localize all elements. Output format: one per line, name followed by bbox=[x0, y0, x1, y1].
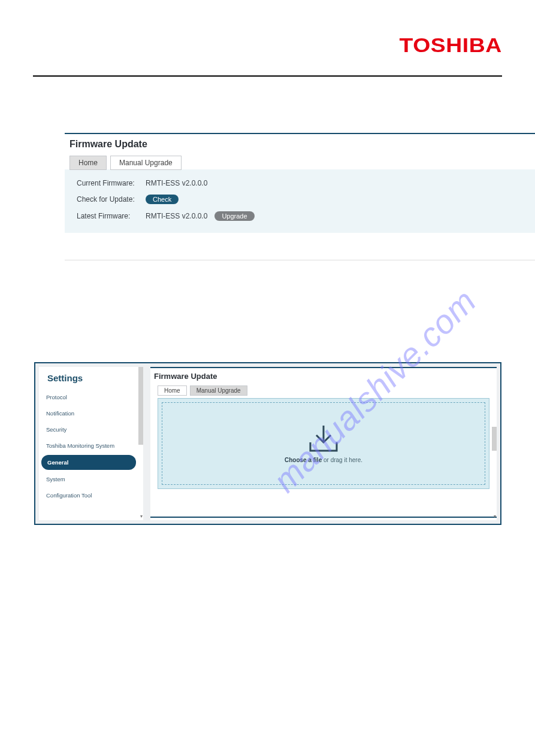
tabs: Home Manual Upgrade bbox=[158, 385, 497, 396]
latest-firmware-row: Latest Firmware: RMTI-ESS v2.0.0.0 Upgra… bbox=[77, 208, 523, 224]
download-icon bbox=[306, 424, 341, 453]
current-firmware-value: RMTI-ESS v2.0.0.0 bbox=[146, 179, 207, 187]
tabs: Home Manual Upgrade bbox=[69, 156, 535, 170]
section-divider bbox=[65, 260, 535, 260]
current-firmware-label: Current Firmware: bbox=[77, 179, 146, 187]
file-dropzone[interactable]: Choose a file or drag it here. bbox=[162, 402, 485, 485]
sidebar-item-security[interactable]: Security bbox=[39, 421, 143, 438]
settings-sidebar: Settings Protocol Notification Security … bbox=[39, 367, 143, 520]
sidebar-item-configuration-tool[interactable]: Configuration Tool bbox=[39, 487, 143, 503]
sidebar-title: Settings bbox=[39, 367, 143, 389]
check-update-row: Check for Update: Check bbox=[77, 191, 523, 208]
panel-title: Firmware Update bbox=[150, 368, 497, 385]
settings-manual-upgrade-panel: Settings Protocol Notification Security … bbox=[34, 362, 501, 525]
dropzone-text: Choose a file or drag it here. bbox=[285, 457, 362, 463]
sidebar-scrollbar[interactable] bbox=[138, 367, 143, 445]
panel-bottom-border bbox=[150, 517, 497, 518]
current-firmware-row: Current Firmware: RMTI-ESS v2.0.0.0 bbox=[77, 175, 523, 191]
sidebar-item-notification[interactable]: Notification bbox=[39, 405, 143, 421]
dropzone-rest: or drag it here. bbox=[322, 457, 362, 463]
tab-manual-upgrade[interactable]: Manual Upgrade bbox=[190, 385, 247, 396]
panel-title: Firmware Update bbox=[65, 134, 535, 156]
sidebar-item-general[interactable]: General bbox=[41, 455, 136, 470]
upgrade-button[interactable]: Upgrade bbox=[214, 211, 254, 221]
tab-home[interactable]: Home bbox=[69, 156, 107, 170]
chevron-down-icon[interactable]: ▾ bbox=[140, 514, 143, 519]
brand-logo: TOSHIBA bbox=[400, 34, 502, 57]
check-button[interactable]: Check bbox=[146, 195, 179, 204]
header-divider bbox=[33, 75, 502, 77]
check-update-label: Check for Update: bbox=[77, 195, 146, 204]
tab-manual-upgrade[interactable]: Manual Upgrade bbox=[110, 156, 182, 170]
dropzone-container: Choose a file or drag it here. bbox=[158, 398, 489, 489]
chevron-down-icon[interactable]: ▾ bbox=[494, 514, 496, 519]
firmware-update-manual-main: Firmware Update Home Manual Upgrade bbox=[150, 367, 497, 520]
panel-body: Current Firmware: RMTI-ESS v2.0.0.0 Chec… bbox=[65, 169, 535, 233]
sidebar-item-system[interactable]: System bbox=[39, 471, 143, 487]
main-scrollbar[interactable] bbox=[492, 427, 497, 451]
tab-home[interactable]: Home bbox=[158, 385, 187, 396]
dropzone-choose: Choose a file bbox=[285, 457, 322, 463]
latest-firmware-label: Latest Firmware: bbox=[77, 212, 146, 220]
sidebar-item-protocol[interactable]: Protocol bbox=[39, 389, 143, 405]
sidebar-item-toshiba-monitoring[interactable]: Toshiba Monitoring System bbox=[39, 438, 143, 454]
latest-firmware-value: RMTI-ESS v2.0.0.0 bbox=[146, 212, 207, 220]
firmware-update-home-panel: Firmware Update Home Manual Upgrade Curr… bbox=[65, 133, 535, 233]
